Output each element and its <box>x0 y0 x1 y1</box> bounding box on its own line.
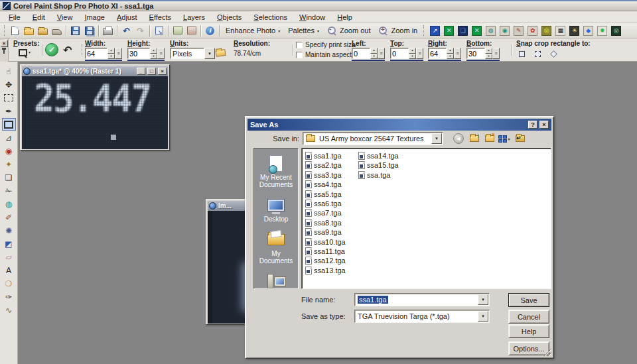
zoom-in-button[interactable]: + Zoom in <box>374 25 421 37</box>
file-item[interactable]: ssa10.tga <box>305 237 346 247</box>
capture-button[interactable] <box>171 24 184 37</box>
save-in-dropdown[interactable]: US Army boxcar 25647 Textures ▼ <box>303 132 443 145</box>
right-slider-button[interactable]: ≡ <box>454 48 461 59</box>
eraser-tool[interactable]: ▱ <box>2 251 16 263</box>
mirror-icon[interactable]: ❏ <box>458 26 468 36</box>
scan-button[interactable] <box>50 24 64 37</box>
snap-merged-opaque-button[interactable] <box>532 48 543 59</box>
sunburst-icon[interactable]: ✹ <box>597 26 607 36</box>
redo-button[interactable]: ↷ <box>133 24 147 37</box>
file-item[interactable]: ssa1.tga <box>305 151 346 160</box>
save-as-button[interactable] <box>82 24 96 37</box>
makeover-tool[interactable]: ✦ <box>2 158 16 170</box>
screen-capture-icon[interactable]: ↗ <box>430 26 440 36</box>
maximize-button[interactable]: □ <box>147 68 156 75</box>
crop-tool[interactable] <box>2 118 16 131</box>
menu-adjust[interactable]: Adjust <box>111 12 143 23</box>
file-item[interactable]: ssa11.tga <box>305 247 346 256</box>
apply-button[interactable]: ✓ <box>45 43 58 56</box>
red-swirl-icon[interactable]: ✿ <box>528 26 537 36</box>
menu-effects[interactable]: Effects <box>143 12 177 23</box>
new-folder-button[interactable]: ✶ <box>483 133 495 145</box>
snap-layer-opaque-button[interactable] <box>516 48 527 59</box>
weave-pattern-icon[interactable]: ▦ <box>555 26 565 36</box>
resize-button[interactable] <box>152 24 166 37</box>
flip-icon[interactable]: ✕ <box>444 26 454 36</box>
minimize-button[interactable]: _ <box>137 68 145 75</box>
place-my-computer[interactable]: My Computer <box>254 272 298 289</box>
clear-button[interactable]: ↷ <box>63 44 72 56</box>
blue-gem-icon[interactable]: ◆ <box>583 26 593 36</box>
zoom-out-button[interactable]: - Zoom out <box>323 25 374 37</box>
enhance-photo-menu-button[interactable]: Enhance Photo ▾ <box>222 25 284 36</box>
red-eye-tool[interactable]: ◉ <box>2 145 16 157</box>
preset-shape-tool[interactable]: ❍ <box>2 277 16 290</box>
toolbar-drag-handle[interactable] <box>423 25 425 36</box>
left-slider-button[interactable]: ≡ <box>378 48 385 59</box>
save-button[interactable]: Save <box>508 293 549 307</box>
right-input[interactable] <box>428 48 447 59</box>
width-slider-button[interactable]: ≡ <box>115 48 122 59</box>
file-item[interactable]: ssa2.tga <box>305 160 346 170</box>
menu-layers[interactable]: Layers <box>177 12 211 23</box>
units-dropdown[interactable]: Pixels ▼ <box>170 48 215 59</box>
file-item[interactable]: ssa4.tga <box>305 180 346 189</box>
webcam-icon[interactable]: ◉ <box>500 26 510 36</box>
file-item[interactable]: ssa7.tga <box>305 208 346 217</box>
presets-dropdown[interactable]: ▾ <box>17 48 31 56</box>
import-button[interactable] <box>184 24 198 37</box>
close-button[interactable]: × <box>158 68 167 75</box>
dialog-close-button[interactable]: × <box>539 121 549 129</box>
clone-tool[interactable]: ❏ <box>2 171 16 184</box>
photo-edit-icon[interactable]: ✎ <box>514 26 524 36</box>
menu-window[interactable]: Window <box>293 12 331 23</box>
up-one-level-button[interactable]: ↑ <box>468 133 480 145</box>
move-tool[interactable]: ✥ <box>2 78 16 91</box>
menu-selections[interactable]: Selections <box>248 12 293 23</box>
image-window-title-bar[interactable]: ssa1.tga* @ 400% (Raster 1) _ □ × <box>22 66 168 76</box>
cancel-button[interactable]: Cancel <box>508 310 549 324</box>
specify-print-size-checkbox[interactable]: Specify print size <box>296 41 356 48</box>
place-my-recent-documents[interactable]: My Recent Documents <box>254 154 298 188</box>
pan-tool[interactable]: ☝ <box>2 65 16 78</box>
browse-button[interactable] <box>36 24 50 37</box>
menu-help[interactable]: Help <box>331 12 358 23</box>
globe-icon[interactable]: ◍ <box>486 26 496 36</box>
right-stepper[interactable]: ▲▼ <box>447 48 454 59</box>
save-button[interactable] <box>68 24 82 37</box>
menu-image[interactable]: Image <box>78 12 111 23</box>
file-item[interactable]: ssa14.tga <box>358 151 399 160</box>
app-title-bar[interactable]: Corel Paint Shop Pro Photo XI - ssa1.tga <box>0 0 637 11</box>
pen-tool[interactable]: ✑ <box>2 290 16 303</box>
file-item[interactable]: ssa12.tga <box>305 256 346 265</box>
close-palette-button[interactable]: × <box>1 40 8 47</box>
airbrush-tool[interactable]: ✺ <box>2 224 16 237</box>
last-folder-button[interactable]: ↵ <box>514 133 526 145</box>
place-my-documents[interactable]: My Documents <box>254 230 298 265</box>
menu-file[interactable]: File <box>3 12 27 23</box>
file-item[interactable]: ssa13.tga <box>305 266 346 275</box>
open-file-button[interactable] <box>22 24 36 37</box>
file-item[interactable]: ssa3.tga <box>305 170 346 180</box>
file-item[interactable]: ssa8.tga <box>305 218 346 227</box>
view-menu-button[interactable]: ▾ <box>498 133 510 145</box>
new-file-button[interactable] <box>8 24 22 37</box>
menu-objects[interactable]: Objects <box>211 12 248 23</box>
bottom-stepper[interactable]: ▲▼ <box>485 48 492 59</box>
palettes-menu-button[interactable]: Palettes ▾ <box>284 25 323 36</box>
help-button[interactable]: Help <box>508 324 549 338</box>
pin-icon[interactable] <box>3 50 5 54</box>
height-stepper[interactable]: ▲▼ <box>150 48 157 59</box>
toolbar-drag-handle[interactable] <box>348 44 350 55</box>
width-input[interactable] <box>85 48 107 59</box>
back-button[interactable]: ◄ <box>453 133 464 145</box>
print-button[interactable] <box>101 24 115 37</box>
undo-button[interactable]: ↶ <box>119 24 133 37</box>
toolbar-drag-handle[interactable] <box>82 44 84 55</box>
file-item[interactable]: ssa6.tga <box>305 199 346 208</box>
top-stepper[interactable]: ▲▼ <box>409 48 416 59</box>
warp-brush-tool[interactable]: ∿ <box>2 304 16 316</box>
rotate-icon[interactable]: ✕ <box>472 26 482 36</box>
width-stepper[interactable]: ▲▼ <box>107 48 115 59</box>
file-item[interactable]: ssa.tga <box>358 170 399 180</box>
